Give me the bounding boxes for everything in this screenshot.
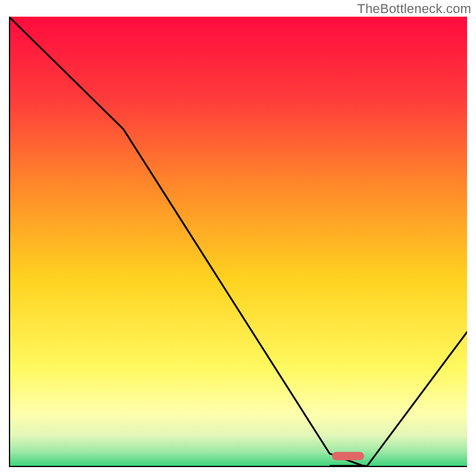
optimal-marker xyxy=(332,452,364,460)
chart-svg xyxy=(9,17,467,467)
bottleneck-chart xyxy=(9,17,467,467)
watermark-text: TheBottleneck.com xyxy=(357,1,471,17)
